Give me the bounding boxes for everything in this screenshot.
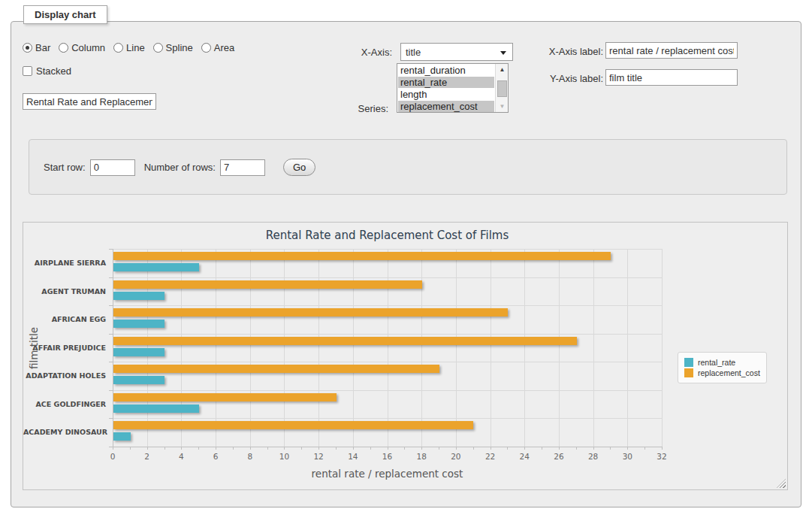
legend-label: replacement_cost xyxy=(698,368,760,377)
x-axis-tick xyxy=(524,447,525,450)
x-tick-label: 0 xyxy=(98,452,128,461)
x-axis-tick xyxy=(147,447,148,450)
radio-label: Area xyxy=(214,42,234,53)
legend-item-replacement_cost[interactable]: replacement_cost xyxy=(684,368,760,377)
x-tick-label: 8 xyxy=(235,452,265,461)
y-axis-label-input[interactable] xyxy=(605,69,738,86)
num-rows-label: Number of rows: xyxy=(144,162,216,173)
gridline-vertical xyxy=(284,249,285,447)
bar-rental_rate[interactable] xyxy=(113,348,165,356)
chart-type-option-column[interactable]: Column xyxy=(59,42,105,53)
gridline-vertical xyxy=(524,249,525,447)
scrollbar-thumb[interactable] xyxy=(497,80,507,97)
gridline-vertical xyxy=(181,249,182,447)
bar-replacement_cost[interactable] xyxy=(113,365,439,373)
stacked-checkbox-row[interactable]: Stacked xyxy=(23,65,71,77)
x-tick-label: 14 xyxy=(338,452,368,461)
radio-label: Bar xyxy=(35,42,50,53)
bar-replacement_cost[interactable] xyxy=(113,252,611,260)
chart-type-option-line[interactable]: Line xyxy=(113,42,145,53)
radio-icon[interactable] xyxy=(153,43,163,53)
bar-rental_rate[interactable] xyxy=(113,376,165,384)
x-axis-tick xyxy=(593,447,594,450)
radio-label: Column xyxy=(71,42,105,53)
radio-icon[interactable] xyxy=(59,43,68,53)
bar-rental_rate[interactable] xyxy=(113,432,131,441)
bar-rental_rate[interactable] xyxy=(113,320,165,328)
bar-replacement_cost[interactable] xyxy=(113,337,577,345)
radio-icon[interactable] xyxy=(23,43,32,53)
legend-swatch-icon xyxy=(684,368,693,377)
x-axis-tick xyxy=(301,447,302,450)
x-axis-select-label: X-Axis: xyxy=(331,47,392,58)
x-axis-tick xyxy=(456,447,457,450)
x-tick-label: 22 xyxy=(475,452,506,461)
bar-replacement_cost[interactable] xyxy=(113,421,473,429)
x-tick-label: 10 xyxy=(269,452,299,461)
num-rows-input[interactable] xyxy=(220,159,265,176)
x-tick-label: 12 xyxy=(303,452,334,461)
x-axis-select[interactable]: title xyxy=(400,43,513,61)
rows-panel-controls: Start row: Number of rows: Go xyxy=(44,159,315,176)
start-row-input[interactable] xyxy=(90,159,135,176)
gridline-vertical xyxy=(216,249,216,447)
gridline-vertical xyxy=(353,249,354,447)
scroll-down-icon[interactable]: ▼ xyxy=(496,101,509,112)
x-axis-tick xyxy=(130,447,131,450)
gridline-vertical xyxy=(662,249,663,447)
bar-rental_rate[interactable] xyxy=(113,292,165,300)
chart-type-option-area[interactable]: Area xyxy=(201,42,234,53)
x-axis-tick xyxy=(491,447,491,450)
series-option-replacement_cost[interactable]: replacement_cost xyxy=(398,101,494,112)
radio-icon[interactable] xyxy=(201,43,211,53)
x-tick-label: 4 xyxy=(166,452,196,461)
x-axis-tick xyxy=(165,447,165,450)
x-tick-label: 2 xyxy=(132,452,162,461)
x-axis-tick xyxy=(404,447,405,450)
x-axis-tick xyxy=(610,447,611,450)
x-axis-tick xyxy=(336,447,337,450)
x-tick-label: 28 xyxy=(578,452,608,461)
x-axis-tick xyxy=(627,447,628,450)
x-axis-tick xyxy=(507,447,508,450)
x-axis-tick xyxy=(181,447,182,450)
x-axis-tick xyxy=(198,447,199,450)
gridline-horizontal xyxy=(113,277,662,278)
bar-replacement_cost[interactable] xyxy=(113,280,422,289)
display-chart-page: Display chart BarColumnLineSplineArea St… xyxy=(0,0,812,512)
chart-type-option-bar[interactable]: Bar xyxy=(23,42,50,53)
go-button[interactable]: Go xyxy=(283,159,315,176)
scroll-up-icon[interactable]: ▲ xyxy=(496,64,509,75)
bar-rental_rate[interactable] xyxy=(113,404,199,413)
x-axis-tick xyxy=(113,447,113,450)
series-listbox[interactable]: ▲ ▼ rental_durationrental_ratelengthrepl… xyxy=(397,63,509,113)
listbox-scrollbar[interactable]: ▲ ▼ xyxy=(495,64,508,112)
legend-item-rental_rate[interactable]: rental_rate xyxy=(684,358,760,367)
bar-rental_rate[interactable] xyxy=(113,263,199,271)
y-axis-tick xyxy=(109,390,113,391)
chevron-down-icon xyxy=(500,51,506,55)
x-tick-label: 26 xyxy=(544,452,574,461)
gridline-horizontal xyxy=(113,334,662,335)
chart-type-option-spline[interactable]: Spline xyxy=(153,42,193,53)
stacked-checkbox[interactable] xyxy=(23,66,32,76)
series-option-rental_rate[interactable]: rental_rate xyxy=(398,77,494,88)
series-option-length[interactable]: length xyxy=(398,89,494,100)
category-label: AGENT TRUMAN xyxy=(23,277,106,306)
bar-replacement_cost[interactable] xyxy=(113,393,337,401)
gridline-vertical xyxy=(250,249,251,447)
bar-replacement_cost[interactable] xyxy=(113,308,508,317)
legend-label: rental_rate xyxy=(698,358,735,367)
chart-title: Rental Rate and Replacement Cost of Film… xyxy=(113,229,662,242)
series-option-rental_duration[interactable]: rental_duration xyxy=(398,65,494,76)
x-axis-tick xyxy=(644,447,645,450)
y-axis-tick xyxy=(109,334,113,335)
radio-icon[interactable] xyxy=(113,43,123,53)
x-axis-label-input[interactable] xyxy=(605,42,738,59)
y-axis-tick xyxy=(109,277,113,278)
chart-title-input[interactable] xyxy=(23,93,156,110)
gridline-vertical xyxy=(627,249,628,447)
resize-handle-icon[interactable] xyxy=(777,479,786,488)
gridline-vertical xyxy=(456,249,457,447)
x-axis-tick xyxy=(542,447,542,450)
